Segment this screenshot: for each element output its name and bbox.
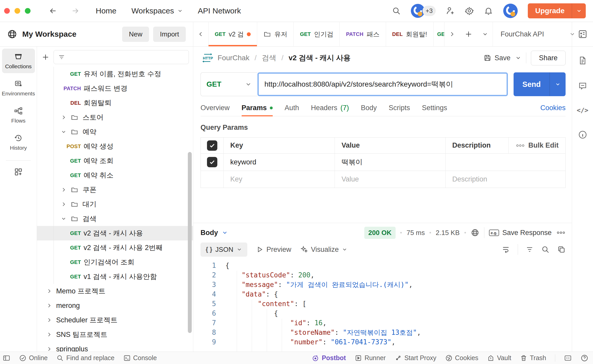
chevron-down-icon[interactable] (61, 129, 67, 135)
share-button[interactable]: Share (531, 51, 566, 65)
documentation-icon[interactable] (578, 56, 587, 65)
copy-icon[interactable] (557, 245, 566, 254)
postbot-button[interactable]: Postbot (312, 354, 346, 362)
avatar[interactable] (503, 3, 518, 18)
tree-request-item[interactable]: GET인기검색어 조회 (37, 255, 193, 269)
tree-collection-item[interactable]: Scheduler 프로젝트 (37, 313, 193, 327)
tab-request[interactable]: GET (434, 22, 444, 46)
add-collection-icon[interactable] (42, 53, 49, 61)
sidebar-toggle-icon[interactable] (3, 354, 10, 362)
code-snippet-icon[interactable]: </> (577, 107, 588, 114)
window-close-button[interactable] (4, 8, 10, 14)
tab-params[interactable]: Params (242, 100, 273, 116)
tree-request-item[interactable]: GET예약 취소 (37, 168, 193, 183)
tabs-scroll-left-icon[interactable] (193, 22, 208, 46)
chevron-right-icon[interactable] (46, 346, 53, 352)
environment-quicklook-icon[interactable] (572, 22, 593, 46)
tab-request[interactable]: PATCH패스 (340, 22, 386, 46)
nav-home[interactable]: Home (96, 6, 116, 15)
tree-collection-item[interactable]: SNS 팀프로젝트 (37, 327, 193, 342)
tab-request[interactable]: DEL회원탈! (386, 22, 434, 46)
param-value-input[interactable]: Value (335, 171, 446, 188)
chevron-right-icon[interactable] (46, 288, 53, 294)
tree-folder-item[interactable]: 대기 (37, 197, 193, 211)
search-in-body-icon[interactable] (541, 245, 550, 254)
gear-icon[interactable] (465, 6, 474, 16)
window-minimize-button[interactable] (14, 8, 20, 14)
tabs-scroll-right-icon[interactable] (444, 22, 459, 46)
more-dots-icon[interactable] (556, 231, 566, 234)
tree-folder-item[interactable]: 검색 (37, 211, 193, 226)
chevron-right-icon[interactable] (46, 317, 53, 323)
tree-request-item[interactable]: PATCH패스워드 변경 (37, 81, 193, 96)
rail-item-history[interactable]: History (2, 130, 35, 155)
rail-item-collections[interactable]: Collections (2, 49, 35, 73)
tab-auth[interactable]: Auth (285, 100, 299, 116)
cookies-button[interactable]: Cookies (445, 354, 478, 362)
tab-request[interactable]: GETv2 검 (208, 22, 257, 46)
bulk-edit-button[interactable]: Bulk Edit (509, 138, 565, 153)
send-options-chevron[interactable] (550, 72, 566, 96)
tree-request-item[interactable]: GETv1 검색 - 캐시 사용안함 (37, 269, 193, 284)
find-and-replace-button[interactable]: Find and replace (56, 354, 114, 362)
upgrade-button[interactable]: Upgrade (528, 3, 586, 18)
response-format-select[interactable]: { } JSON (201, 242, 247, 257)
tab-settings[interactable]: Settings (422, 100, 447, 116)
tab-request[interactable]: GET인기검 (294, 22, 340, 46)
info-icon[interactable] (578, 130, 587, 139)
visualize-button[interactable]: Visualize (300, 246, 348, 254)
response-body-code[interactable]: 1{2 "statusCode": 200,3 "message": "가게 검… (201, 258, 566, 352)
select-all-checkbox[interactable] (207, 140, 217, 151)
tree-request-item[interactable]: GETv2 검색 - 캐시 사용 2번째 (37, 240, 193, 255)
chevron-right-icon[interactable] (61, 201, 67, 207)
wrap-text-icon[interactable] (502, 245, 510, 254)
tab-overflow-chevron-icon[interactable] (478, 22, 493, 46)
filter-lines-icon[interactable] (526, 246, 533, 253)
response-size[interactable]: 2.15 KB (436, 229, 460, 237)
chevron-right-icon[interactable] (46, 303, 53, 308)
url-input[interactable]: http://localhost:8080/api/v2/stores/sear… (257, 72, 508, 96)
nav-workspaces[interactable]: Workspaces (131, 6, 183, 15)
vault-button[interactable]: Vault (487, 354, 511, 362)
tab-folder[interactable]: 유저 (257, 22, 294, 46)
save-response-button[interactable]: e.g. Save Response (489, 229, 552, 237)
nav-api-network[interactable]: API Network (198, 6, 241, 15)
status-badge[interactable]: 200 OK (364, 227, 396, 239)
collection-filter-input[interactable] (54, 50, 189, 64)
param-key-input[interactable]: Key (224, 171, 335, 188)
breadcrumb-collection[interactable]: FourChak (218, 54, 249, 62)
team-avatar-group[interactable]: +3 (411, 4, 436, 18)
trash-button[interactable]: Trash (520, 354, 546, 362)
start-proxy-button[interactable]: Start Proxy (395, 354, 436, 362)
import-button[interactable]: Import (153, 27, 186, 42)
chevron-right-icon[interactable] (61, 187, 67, 193)
tree-folder-item[interactable]: 예약 (37, 125, 193, 139)
tab-headers[interactable]: Headers(7) (311, 100, 349, 116)
tree-request-item[interactable]: GETv2 검색 - 캐시 사용 (37, 226, 193, 240)
grid-plus-icon[interactable] (14, 167, 23, 177)
tree-collection-item[interactable]: springplus (37, 342, 193, 352)
tree-folder-item[interactable]: 스토어 (37, 110, 193, 125)
search-icon[interactable] (392, 6, 401, 15)
tree-collection-item[interactable]: Memo 프로젝트 (37, 284, 193, 298)
tree-collection-item[interactable]: merong (37, 298, 193, 313)
tree-request-item[interactable]: GET예약 조회 (37, 154, 193, 168)
new-button[interactable]: New (122, 27, 149, 42)
tab-body[interactable]: Body (361, 100, 377, 116)
bottom-panel-icon[interactable] (564, 354, 572, 362)
network-globe-icon[interactable] (471, 228, 479, 237)
save-options-chevron-icon[interactable] (515, 55, 521, 61)
send-button[interactable]: Send (514, 72, 566, 96)
tree-folder-item[interactable]: 쿠폰 (37, 183, 193, 197)
window-maximize-button[interactable] (25, 8, 31, 14)
new-tab-icon[interactable] (459, 22, 478, 46)
cookies-link[interactable]: Cookies (540, 104, 566, 112)
sidebar-scrollbar[interactable] (188, 152, 192, 333)
runner-button[interactable]: Runner (355, 354, 386, 362)
save-button[interactable]: Save (484, 54, 510, 62)
chevron-right-icon[interactable] (46, 332, 53, 337)
upgrade-chevron[interactable] (572, 3, 586, 18)
param-key[interactable]: keyword (224, 154, 335, 171)
invite-user-icon[interactable] (446, 6, 455, 16)
param-description-input[interactable]: Description (446, 171, 565, 188)
